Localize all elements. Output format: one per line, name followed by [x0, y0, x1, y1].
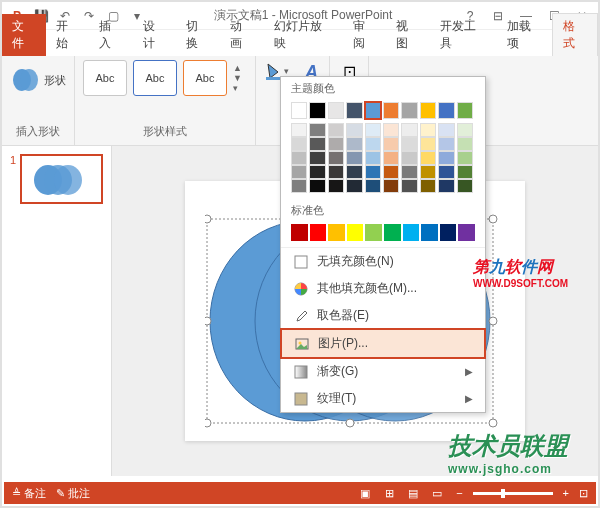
- shade-color-swatch[interactable]: [401, 165, 417, 179]
- shade-color-swatch[interactable]: [291, 179, 307, 193]
- shade-color-swatch[interactable]: [309, 151, 325, 165]
- slideshow-view-icon[interactable]: ▭: [428, 485, 446, 501]
- shade-color-swatch[interactable]: [291, 137, 307, 151]
- menu-gradient[interactable]: 渐变(G) ▶: [281, 358, 485, 385]
- shade-color-swatch[interactable]: [365, 179, 381, 193]
- zoom-out-button[interactable]: −: [456, 487, 462, 499]
- shade-color-swatch[interactable]: [346, 123, 362, 137]
- shade-color-swatch[interactable]: [365, 137, 381, 151]
- theme-color-swatch[interactable]: [291, 102, 307, 119]
- shade-color-swatch[interactable]: [291, 123, 307, 137]
- shade-color-swatch[interactable]: [383, 165, 399, 179]
- shade-color-swatch[interactable]: [383, 123, 399, 137]
- standard-color-swatch[interactable]: [347, 224, 364, 241]
- shade-color-swatch[interactable]: [420, 137, 436, 151]
- comments-button[interactable]: ✎ 批注: [56, 486, 90, 501]
- shade-color-swatch[interactable]: [420, 179, 436, 193]
- shade-color-swatch[interactable]: [328, 151, 344, 165]
- menu-no-fill[interactable]: 无填充颜色(N): [281, 248, 485, 275]
- theme-color-swatch[interactable]: [438, 102, 454, 119]
- tab-design[interactable]: 设计: [133, 14, 177, 56]
- standard-color-swatch[interactable]: [384, 224, 401, 241]
- shade-color-swatch[interactable]: [328, 123, 344, 137]
- standard-color-swatch[interactable]: [403, 224, 420, 241]
- shapes-button[interactable]: 形状: [44, 73, 66, 88]
- standard-color-swatch[interactable]: [310, 224, 327, 241]
- shade-color-swatch[interactable]: [438, 123, 454, 137]
- tab-file[interactable]: 文件: [2, 14, 46, 56]
- shade-color-swatch[interactable]: [328, 137, 344, 151]
- shade-color-swatch[interactable]: [457, 151, 473, 165]
- shade-color-swatch[interactable]: [457, 123, 473, 137]
- theme-color-swatch[interactable]: [346, 102, 362, 119]
- shade-color-swatch[interactable]: [438, 165, 454, 179]
- tab-format[interactable]: 格式: [552, 13, 598, 56]
- tab-slideshow[interactable]: 幻灯片放映: [264, 14, 343, 56]
- menu-texture[interactable]: 纹理(T) ▶: [281, 385, 485, 412]
- menu-picture[interactable]: 图片(P)...: [280, 328, 486, 359]
- zoom-in-button[interactable]: +: [563, 487, 569, 499]
- shade-color-swatch[interactable]: [291, 165, 307, 179]
- shade-color-swatch[interactable]: [420, 151, 436, 165]
- theme-color-swatch[interactable]: [457, 102, 473, 119]
- shade-color-swatch[interactable]: [457, 137, 473, 151]
- shade-color-swatch[interactable]: [420, 165, 436, 179]
- normal-view-icon[interactable]: ▣: [356, 485, 374, 501]
- shade-color-swatch[interactable]: [438, 137, 454, 151]
- standard-color-swatch[interactable]: [440, 224, 457, 241]
- standard-color-swatch[interactable]: [458, 224, 475, 241]
- theme-color-swatch[interactable]: [309, 102, 325, 119]
- shade-color-swatch[interactable]: [328, 165, 344, 179]
- theme-color-swatch[interactable]: [401, 102, 417, 119]
- shade-color-swatch[interactable]: [309, 165, 325, 179]
- zoom-slider[interactable]: [473, 492, 553, 495]
- theme-color-swatch[interactable]: [328, 102, 344, 119]
- shade-color-swatch[interactable]: [291, 151, 307, 165]
- standard-color-swatch[interactable]: [328, 224, 345, 241]
- tab-review[interactable]: 审阅: [343, 14, 387, 56]
- shade-color-swatch[interactable]: [401, 123, 417, 137]
- tab-developer[interactable]: 开发工具: [430, 14, 497, 56]
- shade-color-swatch[interactable]: [401, 151, 417, 165]
- shade-color-swatch[interactable]: [401, 179, 417, 193]
- tab-home[interactable]: 开始: [46, 14, 90, 56]
- shade-color-swatch[interactable]: [309, 179, 325, 193]
- gallery-up-icon[interactable]: ▲: [233, 63, 247, 73]
- theme-color-swatch[interactable]: [365, 102, 381, 119]
- fit-window-icon[interactable]: ⊡: [579, 487, 588, 500]
- shapes-gallery-icon[interactable]: [10, 60, 42, 100]
- shade-color-swatch[interactable]: [438, 179, 454, 193]
- shade-color-swatch[interactable]: [346, 151, 362, 165]
- shade-color-swatch[interactable]: [346, 137, 362, 151]
- tab-animation[interactable]: 动画: [220, 14, 264, 56]
- tab-addins[interactable]: 加载项: [497, 14, 552, 56]
- tab-insert[interactable]: 插入: [89, 14, 133, 56]
- standard-color-swatch[interactable]: [421, 224, 438, 241]
- shade-color-swatch[interactable]: [346, 179, 362, 193]
- slide-thumbnail-1[interactable]: 1: [10, 154, 103, 204]
- shade-color-swatch[interactable]: [383, 151, 399, 165]
- shape-style-2[interactable]: Abc: [133, 60, 177, 96]
- tab-transition[interactable]: 切换: [176, 14, 220, 56]
- shade-color-swatch[interactable]: [401, 137, 417, 151]
- shape-style-1[interactable]: Abc: [83, 60, 127, 96]
- shade-color-swatch[interactable]: [365, 151, 381, 165]
- reading-view-icon[interactable]: ▤: [404, 485, 422, 501]
- shade-color-swatch[interactable]: [457, 165, 473, 179]
- shade-color-swatch[interactable]: [420, 123, 436, 137]
- menu-eyedropper[interactable]: 取色器(E): [281, 302, 485, 329]
- menu-more-colors[interactable]: 其他填充颜色(M)...: [281, 275, 485, 302]
- shade-color-swatch[interactable]: [438, 151, 454, 165]
- tab-view[interactable]: 视图: [386, 14, 430, 56]
- standard-color-swatch[interactable]: [291, 224, 308, 241]
- gallery-down-icon[interactable]: ▼: [233, 73, 247, 83]
- shade-color-swatch[interactable]: [383, 179, 399, 193]
- shade-color-swatch[interactable]: [383, 137, 399, 151]
- shade-color-swatch[interactable]: [328, 179, 344, 193]
- standard-color-swatch[interactable]: [365, 224, 382, 241]
- shade-color-swatch[interactable]: [309, 137, 325, 151]
- shade-color-swatch[interactable]: [309, 123, 325, 137]
- shape-style-3[interactable]: Abc: [183, 60, 227, 96]
- gallery-more-icon[interactable]: ▾: [233, 83, 247, 93]
- notes-button[interactable]: ≜ 备注: [12, 486, 46, 501]
